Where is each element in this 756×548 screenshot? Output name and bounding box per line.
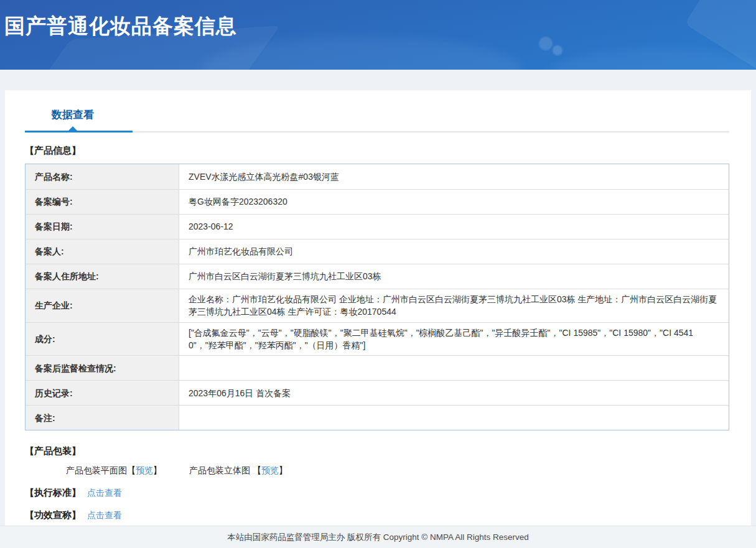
bracket-close: 】 — [153, 465, 162, 475]
table-row: 备案人: 广州市珀艺化妆品有限公司 — [26, 239, 729, 264]
row-value: 广州市珀艺化妆品有限公司 — [179, 241, 729, 261]
standards-label: 【执行标准】 — [25, 487, 81, 499]
bracket-close: 】 — [279, 465, 287, 475]
page-body: 数据查看 【产品信息】 产品名称: ZVEV水漾光感立体高光粉盘#03银河蓝 备… — [0, 70, 756, 526]
page-header: 国产普通化妆品备案信息 — [0, 0, 756, 70]
row-value — [179, 414, 729, 422]
row-value — [179, 365, 729, 372]
table-row: 备案编号: 粤G妆网备字2023206320 — [26, 189, 729, 214]
header-decoration-circle-large — [539, 37, 553, 50]
row-value: 广州市白云区白云湖街夏茅三博坑九社工业区03栋 — [179, 266, 729, 286]
header-decoration-band — [684, 0, 756, 70]
tab-data-view[interactable]: 数据查看 — [25, 104, 133, 132]
packaging-row: 产品包装平面图【预览】 产品包装立体图 【预览】 — [66, 465, 729, 476]
row-label: 备案编号: — [26, 190, 179, 214]
row-label: 备案人: — [26, 239, 179, 264]
table-row: 备案后监督检查情况: — [26, 355, 729, 380]
packaging-item-label: 产品包装平面图 — [66, 465, 127, 475]
row-label: 成分: — [26, 323, 179, 356]
content-card: 数据查看 【产品信息】 产品名称: ZVEV水漾光感立体高光粉盘#03银河蓝 备… — [5, 90, 751, 526]
section-packaging-title: 【产品包装】 — [25, 445, 729, 457]
bracket-open: 【 — [253, 465, 261, 475]
packaging-item-3d: 产品包装立体图 【预览】 — [189, 465, 287, 476]
row-label: 备注: — [26, 406, 179, 430]
product-info-table: 产品名称: ZVEV水漾光感立体高光粉盘#03银河蓝 备案编号: 粤G妆网备字2… — [25, 164, 729, 430]
page-title: 国产普通化妆品备案信息 — [4, 12, 237, 40]
header-decoration-blob — [199, 36, 523, 70]
row-value: 2023年06月16日 首次备案 — [179, 383, 729, 403]
row-label: 备案人住所地址: — [26, 264, 179, 289]
table-row: 成分: ["合成氟金云母"，"云母"，"硬脂酸镁"，"聚二甲基硅氧烷"，"棕榈酸… — [26, 322, 729, 356]
row-value: ZVEV水漾光感立体高光粉盘#03银河蓝 — [179, 167, 729, 187]
table-row: 备案日期: 2023-06-12 — [26, 214, 729, 239]
row-value: 2023-06-12 — [179, 216, 729, 236]
row-value: 粤G妆网备字2023206320 — [179, 192, 729, 211]
section-product-info-title: 【产品信息】 — [25, 145, 729, 157]
standards-section: 【执行标准】 点击查看 — [25, 487, 729, 499]
table-row: 备注: — [26, 405, 729, 430]
copyright-text: 本站由国家药品监督管理局主办 版权所有 Copyright © NMPA All… — [227, 532, 529, 542]
packaging-flat-preview-link[interactable]: 预览 — [136, 465, 153, 475]
row-value: ["合成氟金云母"，"云母"，"硬脂酸镁"，"聚二甲基硅氧烷"，"棕榈酸乙基己酯… — [179, 323, 729, 356]
row-value: 企业名称：广州市珀艺化妆品有限公司 企业地址：广州市白云区白云湖街夏茅三博坑九社… — [179, 289, 729, 322]
row-label: 备案日期: — [26, 215, 179, 239]
page-footer: 本站由国家药品监督管理局主办 版权所有 Copyright © NMPA All… — [0, 526, 756, 548]
table-row: 产品名称: ZVEV水漾光感立体高光粉盘#03银河蓝 — [26, 164, 729, 189]
header-decoration-circle-small — [553, 45, 562, 55]
table-row: 备案人住所地址: 广州市白云区白云湖街夏茅三博坑九社工业区03栋 — [26, 264, 729, 289]
packaging-item-label: 产品包装立体图 — [189, 465, 253, 475]
bracket-open: 【 — [127, 465, 136, 475]
header-decoration-blob-right — [548, 49, 756, 70]
table-row: 生产企业: 企业名称：广州市珀艺化妆品有限公司 企业地址：广州市白云区白云湖街夏… — [26, 289, 729, 322]
row-label: 生产企业: — [26, 289, 179, 322]
standards-view-link[interactable]: 点击查看 — [87, 488, 122, 499]
row-label: 历史记录: — [26, 381, 179, 405]
row-label: 产品名称: — [26, 164, 179, 189]
packaging-3d-preview-link[interactable]: 预览 — [261, 465, 279, 475]
packaging-item-flat: 产品包装平面图【预览】 — [66, 465, 162, 476]
tab-bar: 数据查看 — [25, 104, 729, 132]
efficacy-view-link[interactable]: 点击查看 — [87, 510, 122, 521]
efficacy-section: 【功效宣称】 点击查看 — [25, 509, 729, 521]
row-label: 备案后监督检查情况: — [26, 356, 179, 380]
efficacy-label: 【功效宣称】 — [25, 509, 81, 521]
table-row: 历史记录: 2023年06月16日 首次备案 — [26, 380, 729, 405]
